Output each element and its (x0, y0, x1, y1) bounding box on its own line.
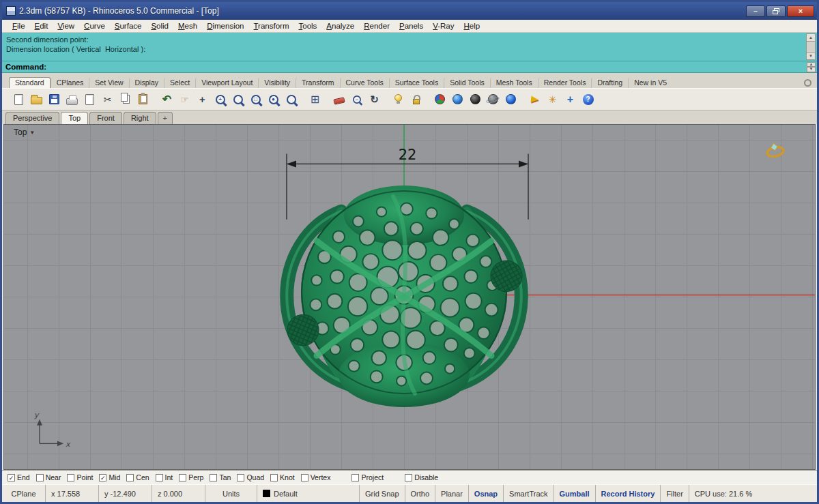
toolbar-tab-transform[interactable]: Transform (296, 78, 339, 88)
menu-surface[interactable]: Surface (110, 21, 147, 31)
checkbox-icon[interactable] (270, 474, 278, 481)
menu-render[interactable]: Render (359, 21, 394, 31)
toolbar-tab-solid-tools[interactable]: Solid Tools (444, 78, 490, 88)
status-y-coordinate[interactable]: y -12.490 (99, 485, 152, 502)
lock-button[interactable] (407, 91, 425, 108)
toolbar-tab-viewport-layout[interactable]: Viewport Layout (195, 78, 258, 88)
tab-front[interactable]: Front (89, 112, 122, 124)
osnap-int[interactable]: Int (156, 473, 173, 481)
notification-button[interactable] (526, 91, 543, 108)
osnap-tan[interactable]: Tan (210, 473, 231, 481)
new-file-button[interactable] (10, 91, 27, 108)
export-button[interactable] (81, 91, 98, 108)
menu-panels[interactable]: Panels (394, 21, 428, 31)
status-smarttrack-button[interactable]: SmartTrack (504, 485, 554, 502)
menu-solid[interactable]: Solid (146, 21, 173, 31)
status-planar-button[interactable]: Planar (435, 485, 469, 502)
copy-button[interactable] (117, 91, 134, 108)
osnap-end[interactable]: ✓End (8, 473, 30, 481)
toolbar-tab-select[interactable]: Select (164, 78, 195, 88)
status-gumball-button[interactable]: Gumball (554, 485, 596, 502)
menu-dimension[interactable]: Dimension (202, 21, 248, 31)
checkbox-icon[interactable] (126, 474, 134, 481)
move-button[interactable]: + (194, 91, 211, 108)
help-button[interactable]: ? (579, 91, 597, 108)
status-filter-button[interactable]: Filter (661, 485, 689, 502)
render-sphere-blue-button[interactable] (502, 91, 519, 108)
undo-button[interactable]: ↶ (158, 91, 175, 108)
zoom-in-button[interactable]: + (212, 91, 229, 108)
viewport-title-menu[interactable]: Top ▼ (14, 128, 35, 137)
render-button[interactable] (431, 91, 448, 108)
checkbox-icon[interactable] (301, 474, 308, 481)
vray-ring-icon[interactable] (766, 142, 785, 158)
tab-right[interactable]: Right (124, 112, 156, 124)
checkbox-icon[interactable]: ✓ (8, 474, 15, 481)
paste-button[interactable] (134, 91, 152, 108)
render-preview-button[interactable] (449, 91, 466, 108)
checkbox-icon[interactable] (36, 474, 44, 481)
osnap-disable[interactable]: Disable (405, 473, 438, 481)
tab-perspective[interactable]: Perspective (5, 112, 59, 124)
osnap-quad[interactable]: Quad (237, 473, 264, 481)
gumball-widget-button[interactable]: + (562, 91, 579, 108)
status-ortho-button[interactable]: Ortho (405, 485, 436, 502)
osnap-perp[interactable]: Perp (179, 473, 203, 481)
new-viewport-tab-button[interactable]: + (158, 112, 173, 124)
pan-button[interactable]: ☞ (176, 91, 193, 108)
checkbox-icon[interactable] (210, 474, 217, 481)
menu-edit[interactable]: Edit (30, 21, 53, 31)
open-folder-button[interactable] (28, 91, 45, 108)
menu-vray[interactable]: V-Ray (428, 21, 459, 31)
toolbar-tab-set-view[interactable]: Set View (89, 78, 128, 88)
command-history[interactable]: Second dimension point: Dimension locati… (2, 33, 817, 61)
menu-help[interactable]: Help (459, 21, 485, 31)
menu-curve[interactable]: Curve (79, 21, 110, 31)
osnap-point[interactable]: Point (67, 473, 93, 481)
toolbar-tab-visibility[interactable]: Visibility (258, 78, 296, 88)
save-button[interactable] (46, 91, 63, 108)
osnap-vertex[interactable]: Vertex (301, 473, 331, 481)
checkbox-icon[interactable] (237, 474, 244, 481)
status-osnap-button[interactable]: Osnap (469, 485, 504, 502)
rotate-view-button[interactable]: ↻ (366, 91, 383, 108)
menu-transform[interactable]: Transform (249, 21, 294, 31)
close-button[interactable]: × (787, 5, 814, 17)
scroll-up-icon[interactable]: ▲ (806, 33, 816, 42)
checkbox-icon[interactable] (67, 474, 74, 481)
status-cplane-button[interactable]: CPlane (2, 485, 46, 502)
cut-button[interactable]: ✂ (99, 91, 116, 108)
checkbox-icon[interactable]: ✓ (99, 474, 106, 481)
toolbar-tab-drafting[interactable]: Drafting (591, 78, 628, 88)
render-sphere-ringed-button[interactable] (485, 91, 502, 108)
tab-top[interactable]: Top (61, 112, 88, 124)
scroll-down-icon[interactable]: ▼ (806, 52, 816, 60)
toolbar-tab-surface-tools[interactable]: Surface Tools (389, 78, 444, 88)
osnap-knot[interactable]: Knot (270, 473, 295, 481)
toolbar-tab-display[interactable]: Display (129, 78, 164, 88)
menu-analyze[interactable]: Analyze (321, 21, 359, 31)
print-button[interactable] (63, 91, 81, 108)
menu-file[interactable]: File (8, 21, 30, 31)
status-layer-button[interactable]: Default (257, 485, 360, 502)
command-input[interactable] (49, 61, 807, 72)
menu-tools[interactable]: Tools (293, 21, 321, 31)
lamp-button[interactable] (390, 91, 407, 108)
scrollbar-track[interactable] (806, 42, 816, 52)
osnap-project[interactable]: Project (351, 473, 384, 481)
osnap-near[interactable]: Near (36, 473, 61, 481)
toolbar-tab-mesh-tools[interactable]: Mesh Tools (490, 78, 538, 88)
spin-up-icon[interactable]: ▲ (807, 62, 816, 68)
command-history-scrollbar[interactable]: ▲ ▼ (806, 33, 816, 60)
status-z-coordinate[interactable]: z 0.000 (152, 485, 205, 502)
ring-object[interactable] (278, 186, 530, 407)
zoom-extents-button[interactable] (283, 91, 300, 108)
zoom-lens-pair-button[interactable]: − (348, 91, 365, 108)
checkbox-icon[interactable] (179, 474, 186, 481)
zoom-selected-button[interactable]: ● (265, 91, 282, 108)
render-sphere-dark-button[interactable] (467, 91, 484, 108)
options-button[interactable]: ✳ (544, 91, 561, 108)
checkbox-icon[interactable] (351, 474, 359, 481)
zoom-dynamic-button[interactable] (229, 91, 246, 108)
toolbar-tab-curve-tools[interactable]: Curve Tools (340, 78, 389, 88)
